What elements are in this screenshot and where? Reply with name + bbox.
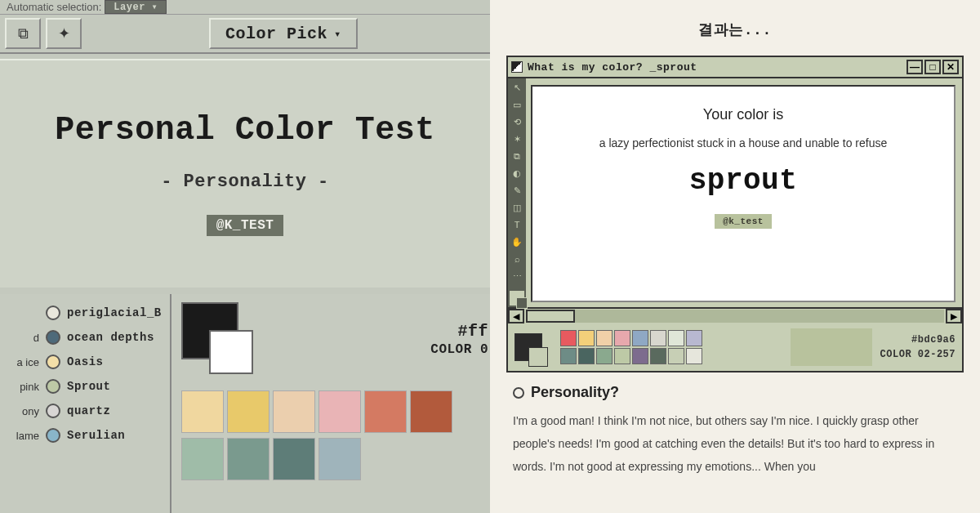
eyedropper-icon[interactable]: ◐: [510, 166, 524, 181]
swatch[interactable]: [668, 348, 684, 364]
list-item[interactable]: ony quartz: [3, 399, 167, 423]
swatch[interactable]: [686, 348, 702, 364]
palette-bar: #bdc9a6 COLOR 02-257: [508, 323, 962, 371]
lasso-icon[interactable]: ⟲: [510, 114, 524, 129]
bullet-icon: [513, 387, 524, 399]
swatch[interactable]: [578, 348, 595, 364]
swatch[interactable]: [227, 438, 270, 480]
swatch[interactable]: [632, 348, 648, 364]
page-title: Personal Color Test: [55, 112, 435, 149]
crop-icon: ⧉: [18, 25, 29, 42]
auto-selection-label: Automatic selection:: [7, 1, 101, 13]
arrow-left-icon: ◀: [513, 311, 519, 322]
window-controls: — □ ✕: [906, 60, 959, 74]
swatch[interactable]: [668, 330, 684, 346]
minimize-button[interactable]: —: [906, 60, 923, 74]
crosshair-icon: ✦: [58, 25, 70, 42]
move-icon[interactable]: ↖: [510, 80, 524, 95]
fg-bg-swatch[interactable]: [510, 291, 524, 306]
text-icon[interactable]: T: [510, 217, 524, 232]
swatch[interactable]: [273, 390, 315, 433]
auto-selection-bar: Automatic selection: Layer ▾: [0, 0, 490, 15]
crop-tool-button[interactable]: ⧉: [5, 18, 41, 49]
list-item[interactable]: pink Sprout: [3, 374, 167, 399]
palette-info: #bdc9a6 COLOR 02-257: [880, 332, 956, 362]
swatch-circle: [46, 306, 60, 320]
swatch[interactable]: [560, 348, 577, 364]
swatch[interactable]: [686, 330, 702, 346]
swatch-row: [181, 438, 490, 480]
foreground-background-swatch[interactable]: [181, 302, 238, 359]
color-description: a lazy perfectionist stuck in a house an…: [599, 136, 888, 149]
swatch[interactable]: [614, 330, 630, 346]
color-name: sprout: [689, 164, 798, 198]
swatch[interactable]: [181, 390, 224, 433]
swatch-circle: [46, 379, 60, 394]
title-canvas: Personal Color Test - Personality - @K_T…: [0, 59, 490, 288]
target-tool-button[interactable]: ✦: [46, 18, 82, 49]
swatch[interactable]: [560, 330, 577, 346]
wand-icon[interactable]: ✶: [510, 132, 524, 146]
swatch-circle: [46, 404, 60, 418]
swatch[interactable]: [410, 390, 452, 433]
crop-icon[interactable]: ⧉: [510, 149, 524, 163]
swatch[interactable]: [596, 348, 612, 364]
swatch[interactable]: [227, 390, 270, 433]
maximize-button[interactable]: □: [924, 60, 941, 74]
zoom-icon[interactable]: ⌕: [510, 252, 524, 266]
marquee-icon[interactable]: ▭: [510, 97, 524, 112]
list-item[interactable]: periglacial_B: [3, 301, 167, 325]
color-code: COLOR 02-257: [880, 347, 956, 362]
list-item[interactable]: a ice Oasis: [3, 350, 167, 374]
eraser-icon[interactable]: ◫: [510, 200, 524, 215]
list-item[interactable]: lame Serulian: [3, 423, 167, 448]
swatch[interactable]: [650, 348, 666, 364]
swatch[interactable]: [273, 438, 315, 480]
swatch-circle: [46, 428, 60, 443]
toolbar: ⧉ ✦ Color Pick ▾: [0, 15, 490, 54]
color-pick-label: Color Pick: [225, 25, 327, 43]
more-icon[interactable]: ⋯: [510, 269, 524, 283]
hex-value: #ff: [430, 322, 488, 341]
swatch[interactable]: [650, 330, 666, 346]
swatch[interactable]: [578, 330, 595, 346]
swatch[interactable]: [632, 330, 648, 346]
scroll-left-button[interactable]: ◀: [508, 309, 524, 323]
window-icon: [511, 61, 523, 73]
personality-heading: Personality?: [513, 384, 957, 401]
swatch[interactable]: [318, 438, 361, 480]
window-titlebar[interactable]: What is my color? _sprout — □ ✕: [508, 57, 962, 78]
swatch[interactable]: [181, 438, 224, 480]
list-item[interactable]: d ocean depths: [3, 325, 167, 350]
hand-icon[interactable]: ✋: [510, 234, 524, 249]
swatch[interactable]: [596, 330, 612, 346]
close-icon: ✕: [947, 61, 955, 73]
swatch[interactable]: [318, 390, 361, 433]
author-chip: @k_test: [715, 214, 772, 229]
mini-fg-bg-swatch[interactable]: [514, 333, 542, 361]
horizontal-scrollbar[interactable]: ◀ ▶: [508, 307, 962, 323]
scroll-right-button[interactable]: ▶: [946, 309, 962, 323]
author-tag: @K_TEST: [207, 215, 284, 236]
scroll-thumb[interactable]: [526, 310, 575, 323]
hex-value: #bdc9a6: [880, 332, 956, 347]
swatch[interactable]: [364, 390, 407, 433]
layer-dropdown[interactable]: Layer ▾: [105, 0, 167, 14]
personality-body: I'm a good man! I think I'm not nice, bu…: [513, 409, 957, 478]
result-window: What is my color? _sprout — □ ✕ ↖ ▭ ⟲ ✶ …: [506, 56, 964, 372]
brush-icon[interactable]: ✎: [510, 183, 524, 198]
your-color-label: Your color is: [703, 106, 783, 123]
swatch-panel: #ff COLOR 0: [172, 294, 490, 513]
swatch-circle: [46, 355, 60, 369]
right-panel: 결과는... What is my color? _sprout — □ ✕ ↖…: [490, 0, 980, 513]
color-pick-button[interactable]: Color Pick ▾: [209, 18, 358, 49]
window-title: What is my color? _sprout: [528, 61, 906, 74]
color-name-list: periglacial_B d ocean depths a ice Oasis…: [0, 294, 172, 513]
mini-palette-grid: [560, 330, 702, 364]
result-canvas: Your color is a lazy perfectionist stuck…: [531, 85, 956, 302]
selected-color-block: [791, 328, 872, 366]
swatch[interactable]: [614, 348, 630, 364]
close-button[interactable]: ✕: [942, 60, 959, 74]
scroll-track[interactable]: [526, 310, 944, 323]
result-heading: 결과는...: [698, 0, 771, 56]
